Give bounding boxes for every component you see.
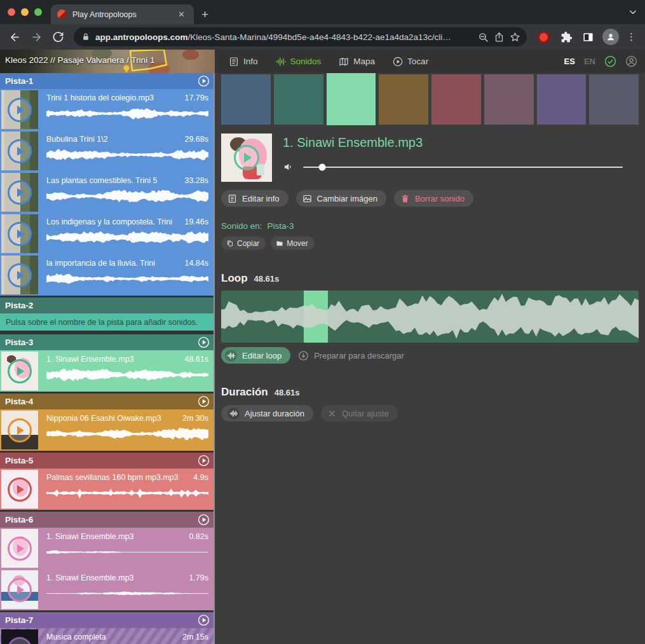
clip-item[interactable]: la importancia de la lluvia. Trini14.84s [0, 254, 215, 296]
zoom-window-button[interactable] [34, 8, 42, 16]
track-play-button[interactable] [198, 614, 210, 626]
track-header-pista-1[interactable]: Pista-1 [0, 73, 215, 89]
side-panel-icon[interactable] [578, 27, 597, 46]
track-header-pista-7[interactable]: Pista-7 [0, 612, 215, 628]
address-bar[interactable]: app.antropoloops.com/Kleos-Santa-Marina/… [74, 27, 527, 46]
clip-item[interactable]: 1. Sinawi Ensemble.mp31.79s [0, 569, 215, 610]
profile-avatar[interactable] [602, 29, 619, 45]
browser-menu-icon[interactable]: ⋮ [624, 31, 639, 43]
forward-button[interactable] [27, 27, 46, 46]
clip-thumbnail[interactable] [1, 411, 38, 449]
language-en[interactable]: EN [584, 57, 595, 66]
extensions-puzzle-icon[interactable] [557, 27, 576, 46]
track-play-button[interactable] [198, 395, 210, 408]
track-link[interactable]: Pista-3 [268, 221, 294, 231]
sidebar-scrollbar[interactable] [214, 73, 215, 644]
clip-thumbnail[interactable] [1, 90, 38, 129]
track-play-button[interactable] [198, 336, 210, 348]
track-header-pista-5[interactable]: Pista-5 [0, 453, 215, 469]
clip-play-button[interactable] [8, 222, 32, 246]
nav-item-mapa[interactable]: Mapa [339, 57, 375, 67]
change-image-button[interactable]: Cambiar imágen [296, 190, 386, 207]
track-color-swatch[interactable] [589, 74, 639, 125]
clip-thumbnail[interactable] [1, 570, 38, 609]
new-tab-button[interactable]: + [194, 8, 217, 24]
edit-info-button[interactable]: Editar info [221, 190, 289, 207]
clip-item[interactable]: Musica completa2m 15s [0, 628, 215, 644]
tab-search-chevron-icon[interactable] [628, 8, 637, 19]
clip-play-button[interactable] [8, 418, 32, 442]
clip-body: Palmas sevillanas 160 bpm mp3.mp34.9s [38, 469, 215, 510]
track-play-button[interactable] [198, 75, 210, 87]
play-sound-button[interactable] [234, 145, 259, 170]
clip-play-button[interactable] [8, 637, 32, 644]
sound-image[interactable] [221, 134, 272, 182]
back-button[interactable] [5, 27, 24, 46]
close-tab-icon[interactable]: ✕ [175, 8, 187, 20]
clip-play-button[interactable] [8, 181, 32, 205]
clip-thumbnail[interactable] [1, 352, 38, 390]
clip-play-button[interactable] [8, 477, 32, 502]
track-header-pista-3[interactable]: Pista-3 [0, 334, 215, 350]
clip-thumbnail[interactable] [1, 256, 38, 294]
map-thumbnail[interactable]: Kleos 2022 // Pasaje Valvanera / Trini 1 [0, 50, 215, 73]
move-button[interactable]: Mover [271, 236, 314, 250]
track-header-pista-6[interactable]: Pista-6 [0, 512, 215, 528]
saved-check-icon[interactable] [604, 55, 616, 67]
adjust-duration-button[interactable]: Ajustar duración [221, 405, 313, 421]
clip-play-button[interactable] [8, 578, 32, 602]
track-header-pista-4[interactable]: Pista-4 [0, 394, 215, 409]
clip-item[interactable]: Trini 1 historia del colegio.mp317.79s [0, 89, 215, 130]
clip-play-button[interactable] [8, 359, 32, 383]
remove-adjust-button[interactable]: Quitar ajuste [321, 405, 398, 421]
reload-button[interactable] [48, 27, 67, 46]
track-color-swatch[interactable] [431, 74, 481, 125]
clip-play-button[interactable] [8, 98, 32, 122]
delete-sound-button[interactable]: Borrar sonido [394, 190, 473, 207]
clip-item[interactable]: Las plantas comestibles. Trini 533.28s [0, 172, 215, 213]
clip-thumbnail[interactable] [1, 529, 38, 568]
track-color-swatch[interactable] [221, 74, 271, 125]
clip-play-button[interactable] [8, 537, 32, 561]
track-header-pista-2[interactable]: Pista-2 [0, 298, 215, 313]
track-play-button[interactable] [198, 455, 210, 467]
volume-slider[interactable] [303, 167, 623, 168]
browser-tab[interactable]: Play Antropoloops ✕ [51, 4, 194, 24]
close-window-button[interactable] [8, 8, 15, 16]
clip-thumbnail[interactable] [1, 132, 38, 170]
prepare-download-button[interactable]: Preparar para descargar [298, 350, 404, 361]
clip-body: Nipponia 06 Esashi Oiwake.mp32m 30s [38, 409, 215, 451]
bookmark-star-icon[interactable] [510, 32, 520, 43]
clip-thumbnail[interactable] [1, 629, 38, 644]
track-color-swatch[interactable] [484, 74, 534, 125]
track-play-button[interactable] [198, 514, 210, 526]
track-color-swatch[interactable] [327, 73, 376, 125]
zoom-out-page-icon[interactable] [478, 32, 489, 43]
download-icon [298, 350, 309, 361]
track-color-swatch[interactable] [537, 74, 587, 125]
clip-item[interactable]: 1. Sinawi Ensemble.mp348.61s [0, 350, 215, 392]
clip-thumbnail[interactable] [1, 214, 38, 253]
track-color-swatch[interactable] [274, 74, 323, 125]
edit-loop-button[interactable]: Editar loop [221, 347, 290, 364]
copy-button[interactable]: Copiar [221, 236, 266, 250]
nav-item-sonidos[interactable]: Sonidos [276, 57, 322, 67]
clip-item[interactable]: 1. Sinawi Ensemble.mp30.82s [0, 528, 215, 569]
account-icon[interactable] [625, 55, 637, 67]
clip-item[interactable]: Los indigenas y la compostela. Trini19.4… [0, 213, 215, 254]
recorder-extension-icon[interactable] [538, 31, 550, 43]
clip-item[interactable]: Nipponia 06 Esashi Oiwake.mp32m 30s [0, 409, 215, 451]
clip-thumbnail[interactable] [1, 470, 38, 509]
minimize-window-button[interactable] [21, 8, 29, 16]
nav-item-tocar[interactable]: Tocar [393, 57, 428, 67]
clip-item[interactable]: Palmas sevillanas 160 bpm mp3.mp34.9s [0, 469, 215, 510]
share-icon[interactable] [494, 32, 505, 43]
track-color-swatch[interactable] [379, 74, 428, 125]
nav-item-info[interactable]: Info [229, 57, 258, 67]
clip-play-button[interactable] [8, 139, 32, 163]
clip-thumbnail[interactable] [1, 173, 38, 212]
clip-item[interactable]: Bubulina Trini 1\229.68s [0, 130, 215, 172]
language-es[interactable]: ES [564, 57, 575, 66]
volume-slider-thumb[interactable] [319, 163, 326, 170]
clip-play-button[interactable] [8, 263, 32, 287]
